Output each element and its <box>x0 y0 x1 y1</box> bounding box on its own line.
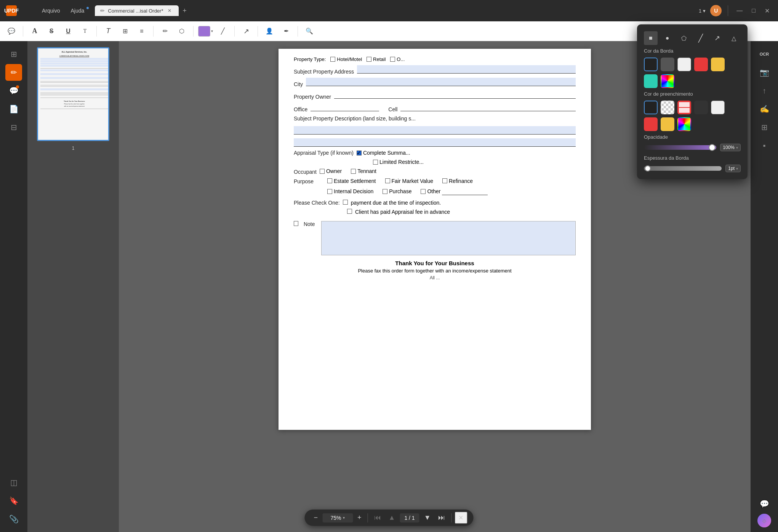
comment-tool[interactable]: 💬 <box>5 24 18 38</box>
fair-market-option[interactable]: Fair Market Value <box>385 178 433 184</box>
maximize-button[interactable]: □ <box>749 6 758 15</box>
opacity-value[interactable]: 100% ▾ <box>720 144 741 151</box>
text-box-tool[interactable]: ⊞ <box>118 24 132 38</box>
sidebar-layers[interactable]: ◫ <box>5 474 22 491</box>
minimize-button[interactable]: — <box>734 6 745 15</box>
right-ai[interactable]: ⟐ <box>757 514 771 527</box>
owner-option[interactable]: Owner <box>320 168 342 174</box>
limited-restricted-option[interactable]: Limited Restricte... <box>373 159 424 165</box>
sidebar-bookmark[interactable]: 🔖 <box>5 492 22 509</box>
tab-close-button[interactable]: ✕ <box>168 8 171 13</box>
bottom-close-button[interactable]: ✕ <box>455 512 467 524</box>
page-indicator[interactable]: 1 ▾ <box>699 8 706 14</box>
arrow-shape[interactable]: ↗ <box>711 31 724 45</box>
fill-transparent-swatch[interactable] <box>661 101 674 114</box>
line-tool[interactable]: ╱ <box>216 24 230 38</box>
color-selector[interactable]: ▾ <box>198 26 213 37</box>
advance-payment-checkbox[interactable] <box>347 209 352 214</box>
arrow-tool[interactable]: ↗ <box>239 24 253 38</box>
border-darkgray-swatch[interactable] <box>661 58 674 71</box>
next-page-button[interactable]: ▼ <box>421 512 434 523</box>
right-sign[interactable]: ✍ <box>756 101 773 117</box>
internal-decision-option[interactable]: Internal Decision <box>327 188 373 194</box>
complete-summary-option[interactable]: ✓ Complete Summa... <box>357 150 410 156</box>
border-yellow-swatch[interactable] <box>711 58 725 71</box>
right-compress[interactable]: ⊞ <box>756 119 773 136</box>
hotel-motel-checkbox[interactable] <box>330 57 335 62</box>
hotel-motel-option[interactable]: Hotel/Motel <box>330 56 362 62</box>
office-input[interactable] <box>311 103 379 111</box>
estate-settlement-checkbox[interactable] <box>327 178 332 183</box>
purchase-option[interactable]: Purchase <box>383 188 411 194</box>
tennant-option[interactable]: Tennant <box>351 168 376 174</box>
border-teal-swatch[interactable] <box>644 74 658 88</box>
fill-darkgray-swatch[interactable] <box>694 101 708 114</box>
fair-market-checkbox[interactable] <box>385 178 390 183</box>
complete-summary-checkbox[interactable]: ✓ <box>357 151 362 155</box>
strikethrough-tool[interactable]: S <box>45 24 58 38</box>
sidebar-organize[interactable]: ⊟ <box>5 119 22 136</box>
note-checkbox[interactable] <box>294 221 298 226</box>
fill-rainbow-swatch[interactable] <box>677 117 691 131</box>
right-scan[interactable]: 📷 <box>756 64 773 81</box>
user-avatar[interactable]: U <box>710 5 722 16</box>
purchase-checkbox[interactable] <box>383 189 387 194</box>
estate-settlement-option[interactable]: Estate Settlement <box>327 178 376 184</box>
retail-option[interactable]: Retail <box>367 56 386 62</box>
fill-yellow-swatch[interactable] <box>661 117 674 131</box>
opacity-thumb[interactable] <box>709 144 716 151</box>
color-swatch-active[interactable] <box>198 26 210 37</box>
underline-tool[interactable]: U <box>61 24 75 38</box>
fill-red-swatch[interactable] <box>644 117 658 131</box>
highlight-tool[interactable]: A <box>28 24 42 38</box>
line-shape[interactable]: ╱ <box>694 31 708 45</box>
ajuda-menu[interactable]: Ajuda <box>66 6 89 15</box>
right-ocr[interactable]: OCR <box>756 46 773 62</box>
sidebar-pages[interactable]: 📄 <box>5 101 22 117</box>
payment-checkbox-1[interactable] <box>343 200 348 205</box>
sidebar-attachment[interactable]: 📎 <box>5 511 22 527</box>
cell-input[interactable] <box>400 103 576 111</box>
owner-checkbox[interactable] <box>320 169 325 174</box>
zoom-in-button[interactable]: + <box>354 512 365 523</box>
description-input-1[interactable] <box>294 126 576 135</box>
first-page-button[interactable]: ⏮ <box>371 512 384 523</box>
border-red-swatch[interactable] <box>694 58 708 71</box>
other-input[interactable] <box>442 187 488 195</box>
sidebar-thumbnails[interactable]: ⊞ <box>5 46 22 62</box>
city-input[interactable] <box>306 78 576 86</box>
prev-page-button[interactable]: ▲ <box>386 512 399 523</box>
last-page-button[interactable]: ⏭ <box>435 512 448 523</box>
right-chat[interactable]: 💬 <box>756 495 773 512</box>
arquivo-menu[interactable]: Arquivo <box>37 6 64 15</box>
text-edit-tool[interactable]: T <box>101 24 115 38</box>
sidebar-edit[interactable]: ✏ <box>5 64 22 81</box>
other-type-checkbox[interactable] <box>390 57 395 62</box>
fill-stroke-only-swatch[interactable] <box>677 101 691 114</box>
thumbnail-1[interactable]: ALL Appraisal Services, Inc. COMMERCIAL … <box>37 47 109 141</box>
fill-black-swatch[interactable] <box>644 101 658 114</box>
thickness-value[interactable]: 1pt ▾ <box>725 165 741 172</box>
add-tab-button[interactable]: + <box>180 7 189 15</box>
opacity-slider[interactable] <box>644 145 716 150</box>
document-tab[interactable]: ✏ Commercial ...isal Order* ✕ <box>95 5 179 16</box>
zoom-out-button[interactable]: − <box>311 512 321 523</box>
sidebar-comment[interactable]: 💬 <box>5 82 22 99</box>
stamp-tool[interactable]: ✒ <box>279 24 293 38</box>
triangle-shape[interactable]: △ <box>727 31 741 45</box>
right-export[interactable]: ↑ <box>756 82 773 99</box>
pentagon-shape[interactable]: ⬠ <box>677 31 691 45</box>
erase-tool[interactable]: ⬡ <box>175 24 189 38</box>
tennant-checkbox[interactable] <box>351 169 356 174</box>
other-type-option[interactable]: O... <box>390 56 405 62</box>
fill-white-swatch[interactable] <box>711 101 725 114</box>
rectangle-shape[interactable]: ■ <box>644 31 658 45</box>
border-black-swatch[interactable] <box>644 58 658 71</box>
border-white-swatch[interactable] <box>677 58 691 71</box>
address-input[interactable] <box>357 65 576 74</box>
text-replace-tool[interactable]: T <box>78 24 92 38</box>
close-window-button[interactable]: ✕ <box>762 6 772 15</box>
refinance-option[interactable]: Refinance <box>442 178 473 184</box>
refinance-checkbox[interactable] <box>442 178 447 183</box>
internal-decision-checkbox[interactable] <box>327 189 332 194</box>
